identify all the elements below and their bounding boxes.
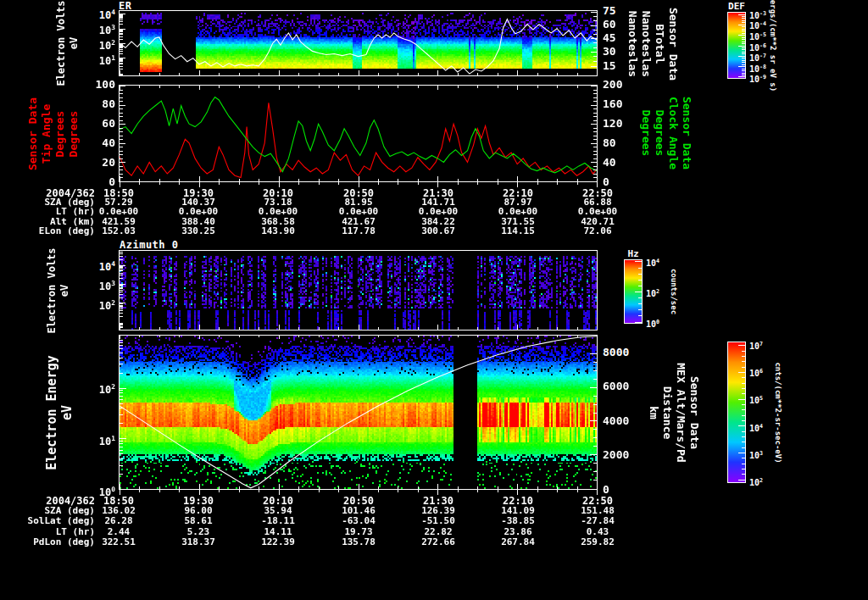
time-tick [219, 179, 220, 181]
y-axis-tick [593, 379, 597, 380]
time-tick-top [597, 336, 598, 339]
time-tick [359, 70, 359, 75]
colorbar-tick-label: 104 [646, 256, 680, 269]
y-axis-tick [120, 18, 123, 19]
time-tick-top [577, 336, 578, 337]
y-axis-tick [120, 303, 123, 304]
y-axis-tick [593, 139, 597, 140]
colorbar-tick-label: 107 [749, 339, 783, 352]
time-tick [597, 484, 598, 489]
y-axis-tick [120, 342, 123, 343]
time-tick [577, 73, 578, 75]
y-axis-tick [593, 174, 597, 175]
y-axis-tick [120, 465, 123, 466]
ephemeris-bottom-cell: -63.04 [319, 516, 398, 526]
ephemeris-bottom-cell: 122.39 [238, 537, 318, 547]
time-tick-outer [298, 182, 299, 185]
y-axis-tick [591, 124, 597, 125]
y-axis-tick [120, 44, 123, 45]
y-axis-tick [593, 169, 597, 170]
time-tick-top [498, 86, 498, 88]
colorbar-minor-tick [638, 309, 642, 310]
def-colorbar [727, 12, 746, 79]
time-tick [517, 325, 518, 330]
time-tick [259, 486, 259, 489]
colorbar-minor-tick [638, 303, 642, 304]
time-tick-top [219, 336, 220, 337]
cb2-units-label: counts/sec [670, 269, 679, 314]
time-tick [159, 73, 160, 75]
time-tick [279, 484, 280, 489]
time-tick [418, 486, 419, 489]
time-tick [437, 176, 438, 181]
colorbar-minor-tick [742, 436, 745, 437]
y-axis-tick [120, 408, 123, 408]
colorbar-tick [738, 76, 745, 77]
time-tick [319, 327, 320, 330]
y-axis-tick [120, 392, 123, 393]
time-tick [338, 486, 339, 489]
time-tick [139, 486, 140, 489]
time-tick-outer [378, 490, 379, 492]
time-tick-top [259, 336, 259, 337]
y-axis-tick [120, 285, 123, 286]
y-axis-tick [120, 147, 123, 147]
time-tick [120, 70, 120, 75]
y-axis-tick [120, 131, 123, 132]
y-axis-tick [593, 413, 597, 414]
time-tick-top [498, 336, 498, 337]
y-axis-tick [120, 474, 123, 475]
y-axis-tick [120, 259, 123, 260]
y-axis-tick [120, 313, 123, 314]
time-tick-outer [577, 490, 578, 492]
y-axis-tick [120, 310, 123, 311]
y-axis-tick [120, 53, 123, 54]
colorbar-minor-tick [742, 18, 745, 19]
counts-colorbar [727, 342, 746, 483]
time-tick-top [458, 86, 459, 88]
time-tick-top [477, 86, 478, 88]
y-axis-tick [593, 396, 597, 397]
btotal-overlay-line [120, 11, 597, 75]
colorbar-minor-tick [742, 73, 745, 74]
ephemeris-top-cell: 300.67 [398, 226, 478, 236]
colorbar-tick [738, 345, 745, 346]
time-tick [477, 179, 478, 181]
time-tick [120, 176, 120, 181]
y-axis-tick [120, 151, 123, 152]
y-axis-tick [120, 278, 123, 279]
y-axis-tick [593, 446, 597, 447]
y-axis-tick [120, 390, 123, 391]
time-tick [557, 179, 558, 181]
y-axis-tick [120, 450, 123, 451]
y-axis-tick [120, 139, 123, 140]
y-axis-tick [120, 275, 123, 275]
electron-energy-spectrogram-panel [119, 335, 598, 490]
time-tick [179, 327, 180, 330]
time-tick-top [557, 336, 558, 337]
time-tick-top [120, 86, 120, 90]
time-tick [219, 486, 220, 489]
colorbar-minor-tick [742, 383, 745, 384]
time-tick [319, 179, 320, 181]
time-tick-top [319, 336, 320, 337]
time-tick-outer [477, 490, 478, 492]
colorbar-tick [738, 372, 745, 373]
time-tick [517, 70, 518, 75]
time-tick-top [418, 86, 419, 88]
y-axis-tick [120, 453, 123, 454]
time-tick [577, 486, 578, 489]
time-tick-top [298, 336, 299, 337]
y-axis-tick [120, 47, 123, 47]
y-axis-tick [120, 39, 123, 40]
time-tick [319, 73, 320, 75]
time-tick-outer [418, 490, 419, 492]
ephemeris-bottom-cell: 272.66 [398, 537, 478, 547]
y-axis-tick [120, 294, 123, 295]
colorbar-minor-tick [638, 274, 642, 275]
time-tick [298, 179, 299, 181]
time-tick [378, 327, 379, 330]
time-tick-outer [577, 182, 578, 185]
time-tick [159, 486, 160, 489]
ephemeris-bottom-cell: -27.84 [558, 516, 637, 526]
